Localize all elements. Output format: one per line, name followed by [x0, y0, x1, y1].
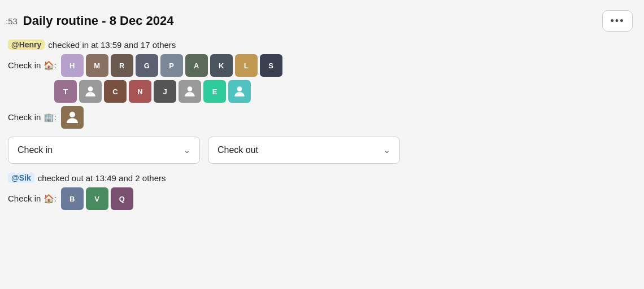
- avatar: G: [136, 54, 158, 77]
- henry-mention-row: @Henry checked in at 13:59 and 17 others: [8, 40, 636, 50]
- avatar: C: [104, 80, 127, 103]
- avatar-e: E: [203, 80, 226, 103]
- checkout-chevron-icon: ⌄: [384, 146, 390, 155]
- checkout-dropdown-label: Check out: [217, 145, 258, 155]
- more-icon: •••: [611, 15, 625, 27]
- avatar: H: [61, 54, 84, 77]
- header: :53 Daily routine - 8 Dec 2024 •••: [0, 0, 644, 40]
- checkin-home-label: Check in 🏠:: [8, 60, 56, 71]
- avatar-silhouette: [79, 80, 102, 103]
- sik-mention-text: checked out at 13:49 and 2 others: [38, 173, 166, 183]
- avatar: M: [86, 54, 108, 77]
- home-avatar-list-2: T C N J E: [54, 80, 251, 103]
- avatar-sik3: Q: [111, 187, 133, 210]
- checkin-office-label: Check in 🏢:: [8, 112, 56, 122]
- office-avatar-list: [61, 106, 84, 129]
- header-left: :53 Daily routine - 8 Dec 2024: [6, 14, 173, 28]
- sik-checkin-row: Check in 🏠: B V Q: [8, 187, 636, 210]
- more-button[interactable]: •••: [602, 10, 633, 32]
- checkin-dropdown-label: Check in: [18, 145, 53, 155]
- avatar: A: [185, 54, 208, 77]
- avatar: L: [235, 54, 258, 77]
- avatar: P: [160, 54, 183, 77]
- avatar-silhouette2: [179, 80, 201, 103]
- checkin-home-row2: T C N J E: [8, 80, 636, 103]
- svg-point-2: [237, 86, 242, 91]
- sik-avatar-list: B V Q: [61, 187, 133, 210]
- home-avatar-list-1: H M R G P A K L S: [61, 54, 282, 77]
- avatar-sik1: B: [61, 187, 84, 210]
- dropdowns-row: Check in ⌄ Check out ⌄: [8, 137, 636, 164]
- checkin-office-row: Check in 🏢:: [8, 106, 636, 129]
- henry-mention: @Henry: [8, 40, 45, 50]
- avatar-sik2: V: [86, 187, 108, 210]
- svg-point-3: [69, 112, 75, 117]
- checkin-home-row: Check in 🏠: H M R G P A K L S: [8, 54, 636, 77]
- avatar: N: [129, 80, 151, 103]
- avatar-office: [61, 106, 84, 129]
- svg-point-1: [188, 86, 193, 91]
- svg-point-0: [88, 86, 93, 91]
- avatar: T: [54, 80, 77, 103]
- sik-checkin-label: Check in 🏠:: [8, 194, 56, 204]
- avatar: S: [260, 54, 282, 77]
- checkin-chevron-icon: ⌄: [184, 146, 190, 155]
- avatar-j: J: [154, 80, 176, 103]
- avatar: K: [210, 54, 233, 77]
- checkin-dropdown[interactable]: Check in ⌄: [8, 137, 200, 164]
- checkout-dropdown[interactable]: Check out ⌄: [208, 137, 400, 164]
- main-content: @Henry checked in at 13:59 and 17 others…: [0, 40, 644, 225]
- henry-mention-text: checked in at 13:59 and 17 others: [48, 40, 176, 50]
- page: :53 Daily routine - 8 Dec 2024 ••• @Henr…: [0, 0, 644, 289]
- header-time: :53: [6, 16, 18, 26]
- sik-mention: @Sik: [8, 173, 34, 183]
- page-title: Daily routine - 8 Dec 2024: [23, 14, 174, 28]
- avatar: R: [111, 54, 133, 77]
- avatar-teal: [228, 80, 251, 103]
- sik-mention-row: @Sik checked out at 13:49 and 2 others: [8, 173, 636, 183]
